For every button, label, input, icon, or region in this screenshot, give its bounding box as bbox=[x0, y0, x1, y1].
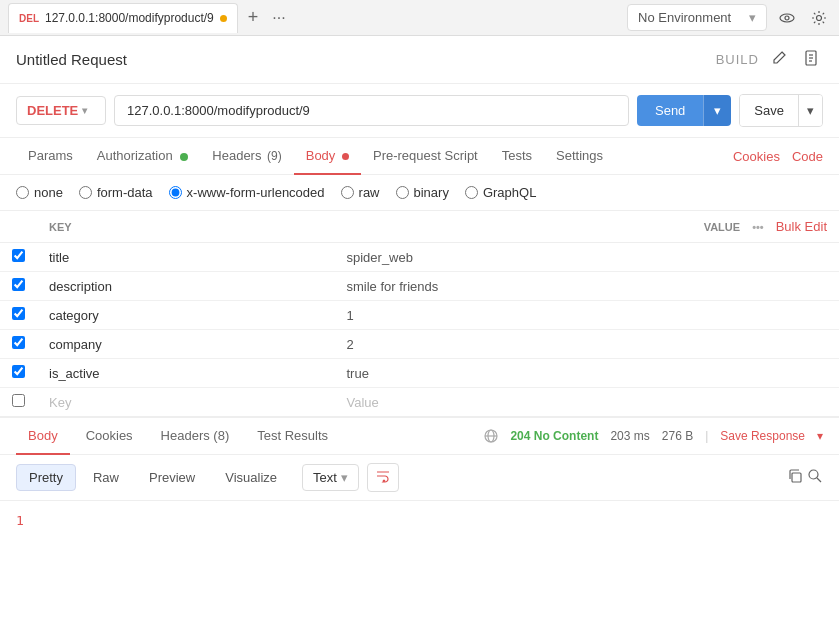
env-label: No Environment bbox=[638, 10, 731, 25]
request-title: Untitled Request bbox=[16, 51, 127, 68]
body-type-form-data[interactable]: form-data bbox=[79, 185, 153, 200]
urlencoded-radio[interactable] bbox=[169, 186, 182, 199]
body-type-raw[interactable]: raw bbox=[341, 185, 380, 200]
settings-icon-button[interactable] bbox=[807, 6, 831, 30]
row-checkbox-empty[interactable] bbox=[12, 394, 25, 407]
raw-view-button[interactable]: Raw bbox=[80, 464, 132, 491]
svg-point-11 bbox=[809, 470, 818, 479]
method-selector[interactable]: DELETE ▾ bbox=[16, 96, 106, 125]
table-row-empty: Key Value bbox=[0, 388, 839, 417]
params-table: KEY VALUE ••• Bulk Edit title spider_web… bbox=[0, 211, 839, 416]
wrap-icon bbox=[376, 469, 390, 483]
pretty-view-button[interactable]: Pretty bbox=[16, 464, 76, 491]
graphql-radio[interactable] bbox=[465, 186, 478, 199]
graphql-label: GraphQL bbox=[483, 185, 536, 200]
table-row: description smile for friends bbox=[0, 272, 839, 301]
send-button-group: Send ▾ bbox=[637, 95, 731, 126]
save-button-group: Save ▾ bbox=[739, 94, 823, 127]
chevron-down-icon: ▾ bbox=[341, 470, 348, 485]
value-spider-web[interactable]: spider_web bbox=[334, 243, 839, 272]
tab-pre-request[interactable]: Pre-request Script bbox=[361, 138, 490, 175]
search-button[interactable] bbox=[807, 468, 823, 487]
value-category[interactable]: 1 bbox=[334, 301, 839, 330]
value-is-active[interactable]: true bbox=[334, 359, 839, 388]
code-link[interactable]: Code bbox=[792, 149, 823, 164]
url-bar: DELETE ▾ Send ▾ Save ▾ bbox=[0, 84, 839, 138]
format-selector[interactable]: Text ▾ bbox=[302, 464, 359, 491]
value-company[interactable]: 2 bbox=[334, 330, 839, 359]
key-placeholder[interactable]: Key bbox=[37, 388, 334, 417]
settings-icon bbox=[811, 10, 827, 26]
save-dropdown-button[interactable]: ▾ bbox=[798, 95, 822, 126]
chevron-down-icon: ▾ bbox=[714, 103, 721, 118]
row-checkbox-is-active[interactable] bbox=[12, 365, 25, 378]
send-button[interactable]: Send bbox=[637, 95, 703, 126]
body-type-binary[interactable]: binary bbox=[396, 185, 449, 200]
document-icon bbox=[803, 50, 819, 66]
top-right-icons: No Environment ▾ bbox=[627, 4, 831, 31]
environment-selector[interactable]: No Environment ▾ bbox=[627, 4, 767, 31]
document-icon-button[interactable] bbox=[799, 46, 823, 73]
eye-icon bbox=[779, 10, 795, 26]
wrap-button[interactable] bbox=[367, 463, 399, 492]
tab-settings[interactable]: Settings bbox=[544, 138, 615, 175]
svg-line-12 bbox=[817, 478, 821, 482]
preview-view-button[interactable]: Preview bbox=[136, 464, 208, 491]
tab-authorization[interactable]: Authorization bbox=[85, 138, 201, 175]
table-row: is_active true bbox=[0, 359, 839, 388]
tab-bar: DEL 127.0.0.1:8000/modifyproduct/9 + ···… bbox=[0, 0, 839, 36]
body-type-graphql[interactable]: GraphQL bbox=[465, 185, 536, 200]
row-checkbox-description[interactable] bbox=[12, 278, 25, 291]
value-description[interactable]: smile for friends bbox=[334, 272, 839, 301]
res-tab-headers[interactable]: Headers (8) bbox=[149, 418, 242, 455]
body-type-urlencoded[interactable]: x-www-form-urlencoded bbox=[169, 185, 325, 200]
key-company[interactable]: company bbox=[37, 330, 334, 359]
bulk-edit-button[interactable]: Bulk Edit bbox=[776, 219, 827, 234]
binary-label: binary bbox=[414, 185, 449, 200]
copy-button[interactable] bbox=[787, 468, 803, 487]
res-tab-test-results[interactable]: Test Results bbox=[245, 418, 340, 455]
url-input[interactable] bbox=[114, 95, 629, 126]
svg-point-2 bbox=[817, 15, 822, 20]
row-checkbox-company[interactable] bbox=[12, 336, 25, 349]
key-title[interactable]: title bbox=[37, 243, 334, 272]
send-dropdown-button[interactable]: ▾ bbox=[703, 95, 731, 126]
row-checkbox-category[interactable] bbox=[12, 307, 25, 320]
key-is-active[interactable]: is_active bbox=[37, 359, 334, 388]
value-placeholder[interactable]: Value bbox=[334, 388, 839, 417]
res-tab-cookies[interactable]: Cookies bbox=[74, 418, 145, 455]
more-options-icon[interactable]: ••• bbox=[752, 221, 764, 233]
eye-icon-button[interactable] bbox=[775, 6, 799, 30]
tab-more-button[interactable]: ··· bbox=[268, 9, 289, 27]
row-checkbox-title[interactable] bbox=[12, 249, 25, 262]
key-category[interactable]: category bbox=[37, 301, 334, 330]
binary-radio[interactable] bbox=[396, 186, 409, 199]
edit-icon-button[interactable] bbox=[767, 46, 791, 73]
new-tab-button[interactable]: + bbox=[242, 7, 265, 28]
raw-radio[interactable] bbox=[341, 186, 354, 199]
tab-headers[interactable]: Headers (9) bbox=[200, 138, 293, 175]
cookies-link[interactable]: Cookies bbox=[733, 149, 780, 164]
tab-params[interactable]: Params bbox=[16, 138, 85, 175]
body-type-none[interactable]: none bbox=[16, 185, 63, 200]
line-number-1: 1 bbox=[16, 513, 24, 528]
save-response-button[interactable]: Save Response bbox=[720, 429, 805, 443]
response-status-code: 204 No Content bbox=[510, 429, 598, 443]
tab-tests[interactable]: Tests bbox=[490, 138, 544, 175]
form-data-radio[interactable] bbox=[79, 186, 92, 199]
save-button[interactable]: Save bbox=[740, 95, 798, 126]
res-tab-body[interactable]: Body bbox=[16, 418, 70, 455]
urlencoded-label: x-www-form-urlencoded bbox=[187, 185, 325, 200]
method-label: DELETE bbox=[27, 103, 78, 118]
response-section: Body Cookies Headers (8) Test Results 20… bbox=[0, 416, 839, 581]
tab-body[interactable]: Body bbox=[294, 138, 361, 175]
raw-label: raw bbox=[359, 185, 380, 200]
visualize-view-button[interactable]: Visualize bbox=[212, 464, 290, 491]
form-data-label: form-data bbox=[97, 185, 153, 200]
response-tabs: Body Cookies Headers (8) Test Results 20… bbox=[0, 418, 839, 455]
none-radio[interactable] bbox=[16, 186, 29, 199]
request-tab[interactable]: DEL 127.0.0.1:8000/modifyproduct/9 bbox=[8, 3, 238, 33]
svg-rect-10 bbox=[792, 473, 801, 482]
key-description[interactable]: description bbox=[37, 272, 334, 301]
save-response-arrow-icon[interactable]: ▾ bbox=[817, 429, 823, 443]
